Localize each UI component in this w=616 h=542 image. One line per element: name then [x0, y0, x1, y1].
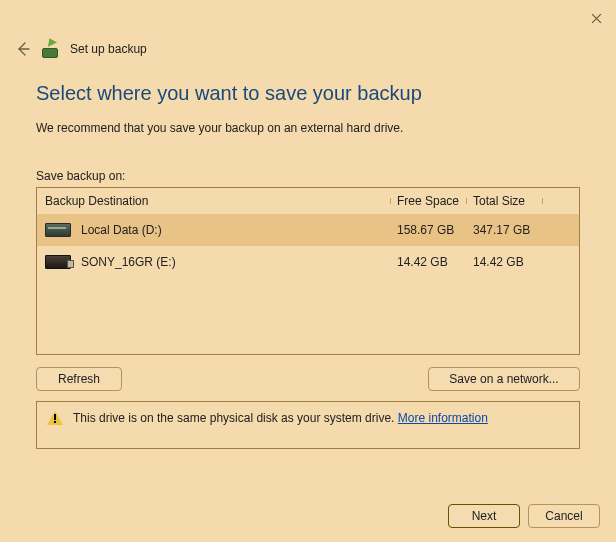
column-header-total-size-label: Total Size — [473, 194, 525, 208]
warning-panel: This drive is on the same physical disk … — [36, 401, 580, 449]
drive-name: Local Data (D:) — [81, 223, 162, 237]
usb-drive-icon — [45, 255, 71, 269]
backup-wizard-window: Set up backup Select where you want to s… — [0, 0, 616, 542]
refresh-button[interactable]: Refresh — [36, 367, 122, 391]
column-header-destination[interactable]: Backup Destination — [37, 194, 391, 208]
drive-free-space: 158.67 GB — [397, 223, 454, 237]
footer-buttons: Next Cancel — [448, 504, 600, 528]
drive-row[interactable]: SONY_16GR (E:)14.42 GB14.42 GB — [37, 246, 579, 278]
drive-name: SONY_16GR (E:) — [81, 255, 176, 269]
page-heading: Select where you want to save your backu… — [36, 82, 580, 105]
column-header-free-space-label: Free Space — [397, 194, 459, 208]
drive-total-size: 347.17 GB — [473, 223, 530, 237]
next-button[interactable]: Next — [448, 504, 520, 528]
drive-total-size: 14.42 GB — [473, 255, 524, 269]
cancel-button[interactable]: Cancel — [528, 504, 600, 528]
column-header-total-size[interactable]: Total Size — [467, 194, 543, 208]
close-button[interactable] — [584, 6, 608, 30]
drive-row[interactable]: Local Data (D:)158.67 GB347.17 GB — [37, 214, 579, 246]
column-header-free-space[interactable]: Free Space — [391, 194, 467, 208]
back-button[interactable] — [14, 40, 32, 58]
drive-free-space: 14.42 GB — [397, 255, 448, 269]
warning-text: This drive is on the same physical disk … — [73, 410, 488, 426]
drive-list-header: Backup Destination Free Space Total Size — [37, 188, 579, 214]
content-area: Select where you want to save your backu… — [36, 82, 580, 490]
action-row: Refresh Save on a network... — [36, 367, 580, 391]
hard-drive-icon — [45, 223, 71, 237]
save-on-label: Save backup on: — [36, 169, 580, 183]
warning-message: This drive is on the same physical disk … — [73, 411, 398, 425]
recommendation-text: We recommend that you save your backup o… — [36, 121, 580, 135]
drive-list: Backup Destination Free Space Total Size… — [36, 187, 580, 355]
header: Set up backup — [14, 40, 602, 58]
more-information-link[interactable]: More information — [398, 411, 488, 425]
column-header-destination-label: Backup Destination — [45, 194, 148, 208]
window-title: Set up backup — [70, 42, 147, 56]
back-arrow-icon — [15, 41, 31, 57]
save-on-network-button[interactable]: Save on a network... — [428, 367, 580, 391]
close-icon — [591, 13, 602, 24]
warning-icon — [47, 411, 63, 427]
backup-app-icon — [42, 40, 60, 58]
